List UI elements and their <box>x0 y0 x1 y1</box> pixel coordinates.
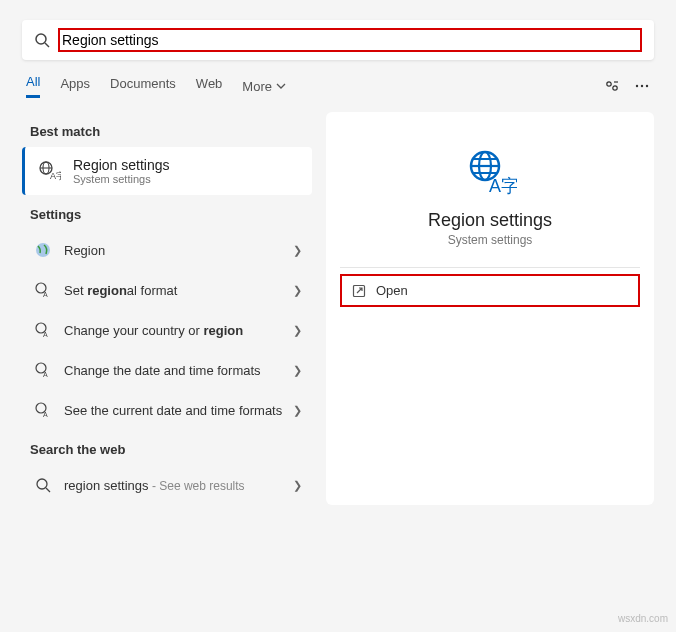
svg-text:A: A <box>43 291 48 298</box>
svg-line-1 <box>45 43 49 47</box>
region-icon: A <box>32 319 54 341</box>
settings-section-label: Settings <box>22 195 312 230</box>
tab-documents[interactable]: Documents <box>110 76 176 97</box>
tab-apps[interactable]: Apps <box>60 76 90 97</box>
svg-point-5 <box>636 85 638 87</box>
watermark: wsxdn.com <box>618 613 668 624</box>
svg-text:A: A <box>43 411 48 418</box>
best-match-sub: System settings <box>73 173 170 185</box>
chevron-right-icon: ❯ <box>293 364 302 377</box>
svg-text:A: A <box>43 331 48 338</box>
settings-item-region[interactable]: Region ❯ <box>22 230 312 270</box>
list-item-label: See the current date and time formats <box>64 403 293 418</box>
list-item-label: Change your country or region <box>64 323 293 338</box>
svg-point-6 <box>641 85 643 87</box>
best-match-item[interactable]: A字 Region settings System settings <box>22 147 312 195</box>
best-match-title: Region settings <box>73 157 170 173</box>
svg-point-0 <box>36 34 46 44</box>
web-result-item[interactable]: region settings - See web results ❯ <box>22 465 312 505</box>
search-bar <box>22 20 654 60</box>
list-item-label: region settings - See web results <box>64 478 293 493</box>
search-icon <box>34 32 50 48</box>
open-icon <box>352 284 366 298</box>
svg-point-3 <box>613 86 617 90</box>
settings-item-current-formats[interactable]: A See the current date and time formats … <box>22 390 312 430</box>
svg-line-22 <box>46 488 50 492</box>
settings-item-change-country[interactable]: A Change your country or region ❯ <box>22 310 312 350</box>
svg-text:A字: A字 <box>489 176 517 196</box>
overflow-icon[interactable] <box>634 78 650 94</box>
region-icon: A <box>32 359 54 381</box>
search-input-highlight <box>58 28 642 52</box>
region-settings-large-icon: A字 <box>326 144 654 198</box>
search-web-label: Search the web <box>22 430 312 465</box>
tab-web[interactable]: Web <box>196 76 223 97</box>
filter-tabs: All Apps Documents Web More <box>0 60 676 102</box>
tab-more-label: More <box>242 79 272 94</box>
list-item-label: Set regional format <box>64 283 293 298</box>
search-icon <box>32 474 54 496</box>
globe-icon <box>32 239 54 261</box>
chevron-right-icon: ❯ <box>293 404 302 417</box>
svg-point-12 <box>36 243 50 257</box>
svg-point-21 <box>37 479 47 489</box>
detail-sub: System settings <box>326 233 654 247</box>
chevron-down-icon <box>276 81 286 91</box>
open-button[interactable]: Open <box>340 274 640 307</box>
tab-all[interactable]: All <box>26 74 40 98</box>
svg-text:A字: A字 <box>50 171 61 181</box>
tab-more[interactable]: More <box>242 79 286 94</box>
search-input[interactable] <box>62 32 638 48</box>
detail-title: Region settings <box>326 210 654 231</box>
svg-point-2 <box>607 82 611 86</box>
settings-item-regional-format[interactable]: A Set regional format ❯ <box>22 270 312 310</box>
separator <box>340 267 640 268</box>
list-item-label: Region <box>64 243 293 258</box>
region-icon: A <box>32 279 54 301</box>
list-item-label: Change the date and time formats <box>64 363 293 378</box>
chevron-right-icon: ❯ <box>293 284 302 297</box>
options-icon[interactable] <box>604 78 620 94</box>
detail-panel: A字 Region settings System settings Open <box>326 112 654 505</box>
settings-item-date-formats[interactable]: A Change the date and time formats ❯ <box>22 350 312 390</box>
svg-text:A: A <box>43 371 48 378</box>
region-icon: A <box>32 399 54 421</box>
chevron-right-icon: ❯ <box>293 244 302 257</box>
best-match-label: Best match <box>22 112 312 147</box>
svg-point-7 <box>646 85 648 87</box>
chevron-right-icon: ❯ <box>293 324 302 337</box>
chevron-right-icon: ❯ <box>293 479 302 492</box>
open-label: Open <box>376 283 408 298</box>
region-settings-icon: A字 <box>35 157 63 185</box>
